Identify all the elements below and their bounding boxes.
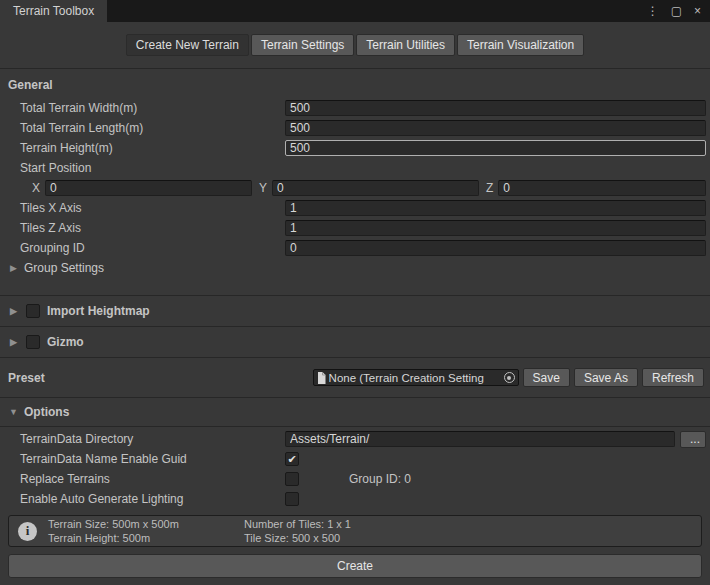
start-position-x-input[interactable] — [45, 180, 252, 196]
terrain-height-input[interactable] — [285, 140, 706, 156]
check-icon: ✔ — [287, 454, 296, 465]
titlebar-controls: ⋮ ▢ × — [647, 0, 710, 22]
terraindata-directory-row: TerrainData Directory ... — [0, 429, 710, 449]
terrain-height-text: Terrain Height: 500m — [48, 531, 233, 545]
total-terrain-width-input[interactable] — [285, 100, 706, 116]
info-helpbox: i Terrain Size: 500m x 500m Terrain Heig… — [8, 515, 702, 547]
replace-terrains-row: Replace Terrains Group ID: 0 — [0, 469, 710, 489]
titlebar: Terrain Toolbox ⋮ ▢ × — [0, 0, 710, 22]
tab-bar: Create New Terrain Terrain Settings Terr… — [0, 22, 710, 68]
tab-terrain-utilities[interactable]: Terrain Utilities — [356, 34, 455, 56]
preset-value: None (Terrain Creation Setting — [329, 372, 501, 384]
gizmo-section[interactable]: ▶ Gizmo — [0, 327, 710, 357]
kebab-menu-icon[interactable]: ⋮ — [647, 5, 659, 17]
replace-terrains-label: Replace Terrains — [20, 472, 285, 486]
tiles-x-axis-row: Tiles X Axis — [0, 198, 710, 218]
start-position-label: Start Position — [20, 161, 285, 175]
tiles-z-axis-row: Tiles Z Axis — [0, 218, 710, 238]
gizmo-label: Gizmo — [47, 335, 84, 349]
helpbox-size-column: Terrain Size: 500m x 500m Terrain Height… — [48, 517, 233, 545]
foldout-collapsed-icon: ▶ — [8, 306, 19, 316]
auto-generate-lighting-row: Enable Auto Generate Lighting — [0, 489, 710, 509]
foldout-expanded-icon: ▼ — [8, 407, 19, 417]
tiles-x-axis-label: Tiles X Axis — [20, 201, 285, 215]
total-terrain-width-label: Total Terrain Width(m) — [20, 101, 285, 115]
browse-button[interactable]: ... — [680, 431, 706, 448]
start-position-y: Y — [259, 180, 479, 196]
grouping-id-row: Grouping ID — [0, 238, 710, 258]
foldout-collapsed-icon: ▶ — [8, 263, 19, 273]
terrain-height-row: Terrain Height(m) — [0, 138, 710, 158]
group-settings-foldout[interactable]: ▶ Group Settings — [0, 258, 710, 278]
grouping-id-label: Grouping ID — [20, 241, 285, 255]
divider — [0, 426, 710, 427]
tab-create-new-terrain[interactable]: Create New Terrain — [126, 34, 249, 56]
refresh-button[interactable]: Refresh — [642, 368, 704, 387]
y-axis-label: Y — [259, 181, 267, 195]
window-title: Terrain Toolbox — [13, 4, 94, 18]
start-position-y-input[interactable] — [272, 180, 479, 196]
tab-terrain-settings[interactable]: Terrain Settings — [251, 34, 354, 56]
foldout-collapsed-icon: ▶ — [8, 337, 19, 347]
options-label: Options — [24, 405, 69, 419]
import-heightmap-checkbox[interactable] — [26, 304, 40, 318]
start-position-z-input[interactable] — [498, 180, 706, 196]
total-terrain-width-row: Total Terrain Width(m) — [0, 98, 710, 118]
replace-terrains-checkbox[interactable] — [285, 472, 299, 486]
group-id-text: Group ID: 0 — [349, 472, 411, 486]
window-tab[interactable]: Terrain Toolbox — [0, 0, 107, 22]
preset-object-field[interactable]: None (Terrain Creation Setting — [313, 369, 519, 386]
close-icon[interactable]: × — [694, 5, 701, 17]
grouping-id-input[interactable] — [285, 240, 706, 256]
gizmo-checkbox[interactable] — [26, 335, 40, 349]
total-terrain-length-input[interactable] — [285, 120, 706, 136]
tile-size-text: Tile Size: 500 x 500 — [244, 531, 351, 545]
x-axis-label: X — [32, 181, 40, 195]
z-axis-label: Z — [486, 181, 493, 195]
maximize-icon[interactable]: ▢ — [671, 5, 682, 17]
terraindata-name-guid-checkbox[interactable]: ✔ — [285, 452, 299, 466]
terraindata-name-guid-label: TerrainData Name Enable Guid — [20, 452, 285, 466]
start-position-row: Start Position — [0, 158, 710, 178]
terraindata-name-guid-row: TerrainData Name Enable Guid ✔ — [0, 449, 710, 469]
auto-generate-lighting-checkbox[interactable] — [285, 492, 299, 506]
import-heightmap-label: Import Heightmap — [47, 304, 150, 318]
preset-row: Preset None (Terrain Creation Setting Sa… — [0, 358, 710, 397]
total-terrain-length-row: Total Terrain Length(m) — [0, 118, 710, 138]
terraindata-directory-input[interactable] — [285, 431, 675, 447]
terrain-toolbox-window: Terrain Toolbox ⋮ ▢ × Create New Terrain… — [0, 0, 710, 585]
create-button[interactable]: Create — [8, 554, 702, 578]
tab-terrain-visualization[interactable]: Terrain Visualization — [457, 34, 584, 56]
group-settings-label: Group Settings — [24, 261, 104, 275]
start-position-fields-row: X Y Z — [0, 178, 710, 198]
file-icon — [317, 372, 326, 384]
auto-generate-lighting-label: Enable Auto Generate Lighting — [20, 492, 285, 506]
number-of-tiles-text: Number of Tiles: 1 x 1 — [244, 517, 351, 531]
save-as-button[interactable]: Save As — [574, 368, 638, 387]
tiles-z-axis-label: Tiles Z Axis — [20, 221, 285, 235]
total-terrain-length-label: Total Terrain Length(m) — [20, 121, 285, 135]
import-heightmap-section[interactable]: ▶ Import Heightmap — [0, 296, 710, 326]
object-picker-icon[interactable] — [504, 372, 515, 383]
tiles-z-axis-input[interactable] — [285, 220, 706, 236]
terrain-height-label: Terrain Height(m) — [20, 141, 285, 155]
terraindata-directory-label: TerrainData Directory — [20, 432, 285, 446]
info-icon: i — [18, 522, 37, 541]
tiles-x-axis-input[interactable] — [285, 200, 706, 216]
start-position-x: X — [32, 180, 252, 196]
options-foldout[interactable]: ▼ Options — [0, 398, 710, 426]
start-position-z: Z — [486, 180, 706, 196]
preset-label: Preset — [8, 371, 45, 385]
terrain-size-text: Terrain Size: 500m x 500m — [48, 517, 233, 531]
save-button[interactable]: Save — [523, 368, 570, 387]
general-header: General — [0, 69, 710, 98]
helpbox-tiles-column: Number of Tiles: 1 x 1 Tile Size: 500 x … — [244, 517, 351, 545]
